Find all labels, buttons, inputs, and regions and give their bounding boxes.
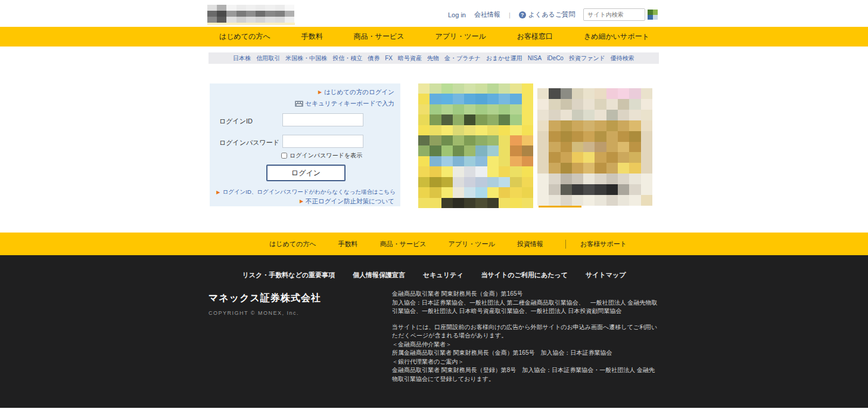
product-nav-item[interactable]: 信用取引 bbox=[256, 54, 280, 63]
first-login-link[interactable]: ▶ はじめての方のログイン bbox=[318, 88, 394, 97]
mosaic-cell bbox=[453, 198, 464, 208]
mosaic-cell bbox=[499, 83, 510, 94]
mosaic-cell bbox=[487, 177, 499, 187]
product-nav-item[interactable]: 投資ファンド bbox=[569, 54, 605, 63]
bottom-nav-bar: はじめての方へ手数料商品・サービスアプリ・ツール投資情報お客様サポート bbox=[0, 233, 868, 255]
mosaic-cell bbox=[522, 104, 533, 114]
mosaic-cell bbox=[265, 5, 275, 11]
mosaic-cell bbox=[464, 156, 475, 166]
mosaic-cell bbox=[522, 83, 533, 94]
product-nav-item[interactable]: 日本株 bbox=[233, 54, 251, 63]
mosaic-cell bbox=[475, 177, 487, 187]
footer-link[interactable]: 個人情報保護宣言 bbox=[353, 271, 405, 280]
mosaic-cell bbox=[464, 198, 475, 208]
mosaic-cell bbox=[522, 187, 533, 197]
security-keyboard-link-label: セキュリティキーボードで入力 bbox=[306, 100, 394, 108]
mosaic-cell bbox=[606, 99, 618, 110]
main-nav-item[interactable]: お客様窓口 bbox=[511, 32, 559, 42]
footer-link[interactable]: 当サイトのご利用にあたって bbox=[481, 271, 568, 280]
login-id-input[interactable] bbox=[282, 113, 363, 126]
campaign-banner-left[interactable] bbox=[418, 83, 533, 208]
login-button[interactable]: ログイン bbox=[266, 165, 346, 181]
mosaic-cell bbox=[629, 99, 640, 110]
main-nav-item[interactable]: 商品・サービス bbox=[348, 32, 410, 42]
product-nav-item[interactable]: 米国株・中国株 bbox=[285, 54, 327, 63]
main-nav-items: はじめての方へ手数料商品・サービスアプリ・ツールお客様窓口きめ細かいサポート bbox=[213, 27, 655, 47]
mosaic-cell bbox=[572, 88, 583, 99]
mosaic-cell bbox=[522, 198, 533, 208]
mosaic-cell bbox=[237, 17, 246, 23]
mosaic-cell bbox=[561, 142, 572, 153]
mosaic-cell bbox=[606, 131, 618, 142]
product-nav-item[interactable]: おまかせ運用 bbox=[486, 54, 522, 63]
mosaic-cell bbox=[595, 88, 606, 99]
main-nav-item[interactable]: アプリ・ツール bbox=[429, 32, 491, 42]
mosaic-cell bbox=[641, 99, 652, 110]
footer-link[interactable]: サイトマップ bbox=[586, 271, 626, 280]
monex-logo[interactable] bbox=[207, 5, 294, 23]
bottom-nav-item[interactable]: アプリ・ツール bbox=[449, 240, 495, 249]
mosaic-cell bbox=[499, 125, 510, 135]
bottom-nav-item[interactable]: 商品・サービス bbox=[380, 240, 427, 249]
company-info-link[interactable]: 会社情報 bbox=[474, 10, 500, 19]
mosaic-cell bbox=[487, 156, 499, 166]
mosaic-cell bbox=[618, 88, 629, 99]
login-security-link[interactable]: ▶ 不正ログイン防止対策について bbox=[300, 197, 394, 206]
show-password-checkbox[interactable] bbox=[281, 153, 287, 159]
product-nav-item[interactable]: NISA bbox=[528, 55, 542, 61]
mosaic-cell bbox=[441, 125, 453, 135]
product-nav-item[interactable]: 優待検索 bbox=[611, 54, 634, 63]
footer-link[interactable]: セキュリティ bbox=[423, 271, 463, 280]
mosaic-cell bbox=[561, 110, 572, 120]
mosaic-cell bbox=[418, 177, 430, 187]
mosaic-cell bbox=[499, 166, 510, 176]
mosaic-cell bbox=[464, 114, 475, 125]
mosaic-cell bbox=[583, 163, 595, 174]
mosaic-cell bbox=[475, 83, 487, 94]
show-password-option: ログインパスワードを表示 bbox=[281, 151, 362, 160]
product-nav-item[interactable]: 金・プラチナ bbox=[444, 54, 481, 63]
mosaic-cell bbox=[629, 142, 640, 153]
product-nav-item[interactable]: FX bbox=[385, 55, 393, 61]
mosaic-cell bbox=[572, 195, 583, 206]
password-label: ログインパスワード bbox=[219, 138, 279, 147]
main-nav-item[interactable]: はじめての方へ bbox=[213, 32, 276, 42]
bottom-nav-item[interactable]: はじめての方へ bbox=[269, 240, 316, 249]
faq-link[interactable]: ? よくあるご質問 bbox=[519, 10, 575, 19]
login-link[interactable]: Log in bbox=[448, 11, 466, 18]
main-nav-item[interactable]: 手数料 bbox=[295, 32, 329, 42]
product-nav-item[interactable]: 投信・積立 bbox=[332, 54, 362, 63]
product-nav-item[interactable]: 暗号資産 bbox=[398, 54, 422, 63]
mosaic-cell bbox=[537, 142, 549, 153]
mosaic-cell bbox=[499, 198, 510, 208]
mosaic-cell bbox=[595, 174, 606, 184]
mosaic-cell bbox=[595, 110, 606, 120]
product-nav-item[interactable]: 債券 bbox=[368, 54, 379, 63]
bottom-nav-item[interactable]: お客様サポート bbox=[565, 240, 627, 249]
forgot-credentials-link[interactable]: ▶ ログインID、ログインパスワードがわからなくなった場合はこちら bbox=[216, 188, 396, 196]
main-nav-item[interactable]: きめ細かいサポート bbox=[578, 32, 655, 42]
banner-accent-strip bbox=[539, 206, 581, 207]
product-nav-item[interactable]: iDeCo bbox=[547, 55, 564, 61]
bottom-nav-item[interactable]: 投資情報 bbox=[517, 240, 543, 249]
mosaic-cell bbox=[606, 195, 618, 206]
product-nav-item[interactable]: 先物 bbox=[427, 54, 439, 63]
mosaic-cell bbox=[464, 125, 475, 135]
mosaic-cell bbox=[510, 83, 521, 94]
footer-notice: 当サイトには、口座開設前のお客様向けの広告から外部サイトのお申込み画面へ遷移して… bbox=[392, 323, 659, 340]
security-keyboard-link[interactable]: セキュリティキーボードで入力 bbox=[295, 98, 394, 109]
mosaic-cell bbox=[641, 195, 652, 206]
mosaic-cell bbox=[487, 166, 499, 176]
bottom-nav-item[interactable]: 手数料 bbox=[338, 240, 358, 249]
mosaic-cell bbox=[418, 145, 430, 156]
spacer bbox=[392, 316, 659, 323]
password-input[interactable] bbox=[282, 135, 363, 148]
search-button[interactable] bbox=[648, 10, 658, 20]
mosaic-cell bbox=[418, 198, 430, 208]
mosaic-cell bbox=[618, 195, 629, 206]
search-input[interactable] bbox=[583, 8, 645, 21]
mosaic-cell bbox=[572, 184, 583, 195]
mosaic-cell bbox=[653, 15, 658, 20]
footer-link[interactable]: リスク・手数料などの重要事項 bbox=[242, 271, 335, 280]
campaign-banner-right[interactable] bbox=[537, 88, 652, 206]
